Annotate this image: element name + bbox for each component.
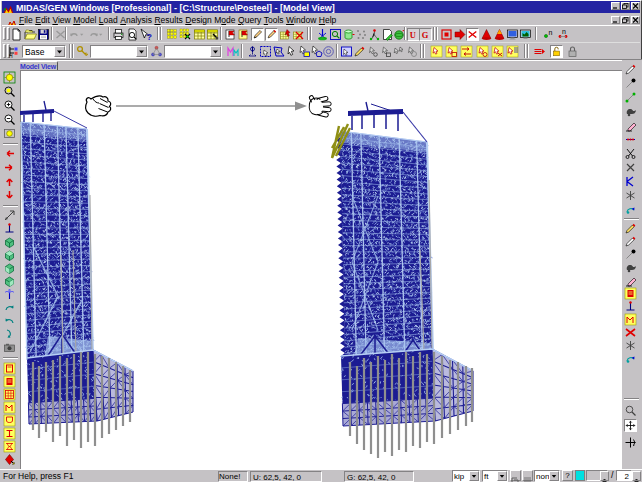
svg-text:n: n bbox=[562, 28, 566, 35]
svg-text:?: ? bbox=[147, 32, 153, 42]
svg-text:U: U bbox=[410, 30, 416, 40]
svg-text:G: G bbox=[422, 30, 429, 40]
svg-text:n: n bbox=[549, 29, 553, 36]
svg-text:H: H bbox=[9, 53, 13, 59]
